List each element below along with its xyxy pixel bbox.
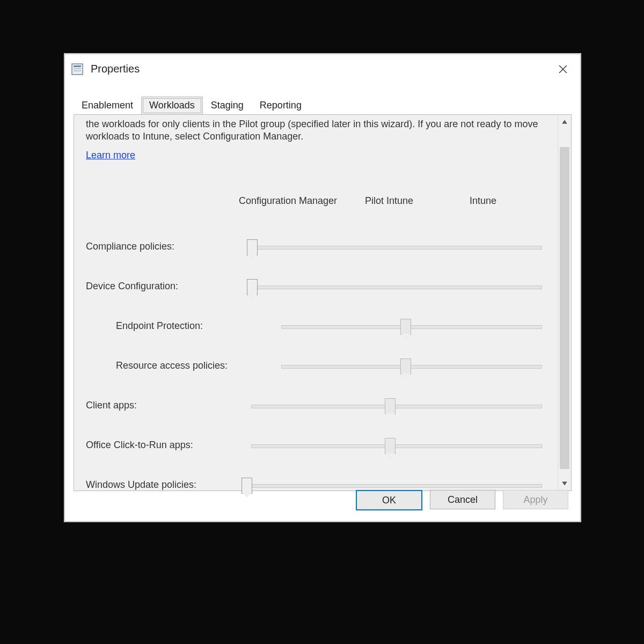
column-pilot-intune: Pilot Intune xyxy=(365,195,470,207)
tab-panel: the workloads for only clients in the Pi… xyxy=(74,114,572,491)
svg-rect-1 xyxy=(74,65,81,67)
learn-more-link[interactable]: Learn more xyxy=(86,150,135,161)
scroll-down-icon[interactable] xyxy=(558,477,571,491)
tab-enablement[interactable]: Enablement xyxy=(74,97,141,115)
row-endpoint-protection: Endpoint Protection: xyxy=(86,306,550,346)
properties-dialog: Properties Enablement Workloads Staging … xyxy=(64,54,581,522)
slider-windows-update-policies[interactable] xyxy=(247,479,544,491)
description-text: the workloads for only clients in the Pi… xyxy=(86,118,550,143)
titlebar: Properties xyxy=(65,54,580,84)
window-title: Properties xyxy=(91,63,140,75)
slider-column-headers: Configuration Manager Pilot Intune Intun… xyxy=(86,195,550,207)
column-config-manager: Configuration Manager xyxy=(239,195,365,207)
column-intune: Intune xyxy=(470,195,496,207)
row-label: Compliance policies: xyxy=(86,241,247,252)
tab-workloads[interactable]: Workloads xyxy=(141,97,203,115)
close-button[interactable] xyxy=(552,58,574,80)
slider-device-configuration[interactable] xyxy=(247,281,544,292)
row-compliance-policies: Compliance policies: xyxy=(86,227,550,267)
ok-button[interactable]: OK xyxy=(356,490,422,510)
row-office-click-to-run: Office Click-to-Run apps: xyxy=(86,426,550,465)
row-label: Resource access policies: xyxy=(86,360,277,371)
slider-client-apps[interactable] xyxy=(247,400,544,412)
slider-resource-access-policies[interactable] xyxy=(277,360,544,372)
scroll-up-icon[interactable] xyxy=(558,115,571,129)
tabstrip: Enablement Workloads Staging Reporting xyxy=(65,96,580,114)
row-label: Device Configuration: xyxy=(86,281,247,292)
vertical-scrollbar[interactable] xyxy=(558,115,571,491)
apply-button: Apply xyxy=(503,490,568,509)
tab-reporting[interactable]: Reporting xyxy=(252,97,310,115)
cancel-button[interactable]: Cancel xyxy=(430,490,495,509)
scrollbar-thumb[interactable] xyxy=(560,147,569,469)
slider-compliance-policies[interactable] xyxy=(247,241,544,253)
app-icon xyxy=(71,63,83,75)
row-client-apps: Client apps: xyxy=(86,386,550,426)
row-label: Endpoint Protection: xyxy=(86,320,277,332)
row-label: Office Click-to-Run apps: xyxy=(86,440,247,451)
svg-rect-3 xyxy=(74,70,81,71)
slider-endpoint-protection[interactable] xyxy=(277,320,544,332)
svg-rect-2 xyxy=(74,68,81,69)
row-device-configuration: Device Configuration: xyxy=(86,267,550,306)
workload-rows: Compliance policies: Device Configuratio… xyxy=(86,227,550,505)
row-resource-access-policies: Resource access policies: xyxy=(86,346,550,386)
slider-office-click-to-run[interactable] xyxy=(247,440,544,451)
row-label: Client apps: xyxy=(86,400,247,411)
tab-staging[interactable]: Staging xyxy=(203,97,252,115)
row-label: Windows Update policies: xyxy=(86,479,247,491)
dialog-footer: OK Cancel Apply xyxy=(356,490,568,510)
